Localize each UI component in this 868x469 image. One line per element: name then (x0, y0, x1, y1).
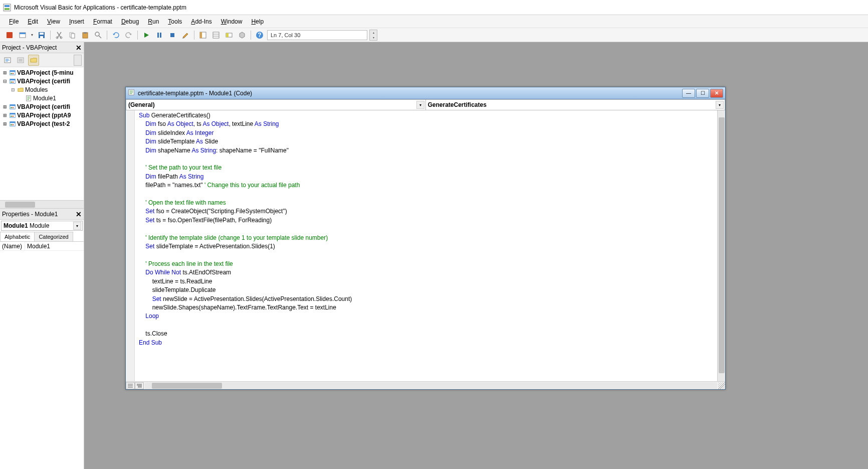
chevron-down-icon[interactable]: ▾ (416, 101, 424, 109)
separator (137, 31, 138, 40)
save-button[interactable] (36, 30, 47, 41)
tree-item[interactable]: ⊞VBAProject (certifi (0, 102, 84, 111)
horizontal-scrollbar[interactable] (145, 382, 717, 389)
svg-point-53 (11, 115, 12, 117)
tree-item[interactable]: Module1 (0, 94, 84, 102)
resize-grip-icon[interactable] (718, 382, 725, 389)
view-microsoft-powerpoint-button[interactable] (4, 30, 15, 41)
project-explorer-panel: Project - VBAProject ✕ ⊞VBAProject (5-mi… (0, 42, 84, 209)
tree-twist-icon[interactable]: ⊞ (2, 104, 8, 109)
dropdown-arrow-icon[interactable]: ▾ (30, 33, 34, 37)
svg-point-50 (13, 107, 14, 108)
menu-help[interactable]: Help (247, 17, 268, 27)
project-tree[interactable]: ⊞VBAProject (5-minu⊟VBAProject (certifi⊟… (0, 67, 84, 200)
svg-rect-5 (20, 33, 26, 34)
menu-window[interactable]: Window (217, 17, 247, 27)
properties-tab-alphabetic[interactable]: Alphabetic (0, 232, 35, 241)
svg-rect-52 (10, 113, 16, 114)
help-button[interactable]: ? (254, 30, 265, 41)
menu-view[interactable]: View (43, 17, 64, 27)
redo-button[interactable] (123, 30, 134, 41)
copy-button[interactable] (67, 30, 78, 41)
svg-point-49 (11, 107, 12, 108)
tree-twist-icon[interactable]: ⊟ (10, 87, 16, 92)
tree-item-label: VBAProject (test-2 (17, 120, 70, 127)
svg-rect-14 (84, 32, 87, 34)
svg-rect-22 (213, 32, 219, 38)
tree-item[interactable]: ⊞VBAProject (pptA9 (0, 111, 84, 119)
properties-tabs: AlphabeticCategorized (0, 232, 84, 242)
app-icon (3, 4, 11, 12)
menu-file[interactable]: File (5, 17, 23, 27)
properties-tab-categorized[interactable]: Categorized (34, 232, 73, 241)
menu-tools[interactable]: Tools (164, 17, 186, 27)
svg-rect-26 (226, 33, 229, 37)
maximize-button[interactable]: ☐ (696, 89, 709, 98)
close-button[interactable]: ✕ (710, 89, 723, 98)
toolbox-button[interactable] (237, 30, 248, 41)
tree-item-label: VBAProject (certifi (17, 103, 70, 110)
close-icon[interactable]: ✕ (76, 210, 82, 218)
svg-rect-18 (160, 33, 161, 38)
menu-edit[interactable]: Edit (24, 17, 42, 27)
tree-item[interactable]: ⊟Modules (0, 85, 84, 94)
chevron-down-icon[interactable]: ▾ (73, 222, 81, 230)
vba-project-icon (9, 78, 16, 85)
toolbar-scroll[interactable]: ▴▾ (369, 30, 377, 41)
menu-debug[interactable]: Debug (117, 17, 143, 27)
run-button[interactable] (141, 30, 152, 41)
view-code-button[interactable] (2, 55, 13, 66)
object-browser-button[interactable] (224, 30, 235, 41)
horizontal-scrollbar[interactable] (0, 200, 84, 208)
project-explorer-title: Project - VBAProject (2, 44, 57, 51)
svg-rect-1 (5, 5, 10, 7)
code-window: certificate-template.pptm - Module1 (Cod… (125, 87, 726, 390)
toggle-folders-button[interactable] (28, 55, 39, 66)
tree-twist-icon[interactable]: ⊞ (2, 70, 8, 75)
chevron-down-icon[interactable]: ▾ (716, 101, 724, 109)
property-value[interactable]: Module1 (25, 242, 84, 250)
code-margin[interactable] (126, 110, 135, 381)
svg-rect-36 (10, 70, 16, 72)
menu-add-ins[interactable]: Add-Ins (187, 17, 215, 27)
menu-format[interactable]: Format (89, 17, 116, 27)
procedure-combo[interactable]: GenerateCertificates ▾ (426, 99, 726, 110)
insert-object-button[interactable] (17, 30, 28, 41)
full-module-view-button[interactable] (135, 382, 144, 389)
code-editor[interactable]: Sub GenerateCertificates() Dim fso As Ob… (135, 110, 717, 381)
minimize-button[interactable]: — (682, 89, 695, 98)
object-combo[interactable]: (General) ▾ (126, 99, 426, 110)
property-row[interactable]: (Name)Module1 (0, 242, 84, 251)
tree-item[interactable]: ⊟VBAProject (certifi (0, 77, 84, 85)
procedure-view-button[interactable] (126, 382, 135, 389)
tree-twist-icon[interactable]: ⊞ (2, 121, 8, 126)
paste-button[interactable] (80, 30, 91, 41)
properties-grid[interactable]: (Name)Module1 (0, 242, 84, 469)
main-toolbar: ▾ ? Ln 7, Col 30 ▴▾ (0, 28, 868, 42)
reset-button[interactable] (167, 30, 178, 41)
svg-point-54 (13, 115, 14, 117)
find-button[interactable] (93, 30, 104, 41)
project-explorer-button[interactable] (197, 30, 208, 41)
menu-insert[interactable]: Insert (65, 17, 88, 27)
tree-twist-icon[interactable]: ⊞ (2, 113, 8, 118)
vertical-scrollbar[interactable] (717, 110, 725, 381)
tree-item-label: VBAProject (certifi (17, 78, 70, 85)
design-mode-button[interactable] (180, 30, 191, 41)
scroll-icon[interactable] (74, 55, 82, 66)
close-icon[interactable]: ✕ (76, 44, 82, 52)
module-icon (128, 89, 135, 97)
cut-button[interactable] (54, 30, 65, 41)
code-window-titlebar[interactable]: certificate-template.pptm - Module1 (Cod… (126, 87, 725, 99)
tree-twist-icon[interactable]: ⊟ (2, 79, 8, 84)
svg-rect-56 (10, 121, 16, 123)
separator (194, 31, 194, 40)
tree-item[interactable]: ⊞VBAProject (5-minu (0, 68, 84, 77)
tree-item[interactable]: ⊞VBAProject (test-2 (0, 119, 84, 128)
view-object-button[interactable] (15, 55, 26, 66)
menu-run[interactable]: Run (144, 17, 163, 27)
break-button[interactable] (154, 30, 165, 41)
properties-object-combo[interactable]: Module1 Module ▾ (1, 221, 83, 231)
undo-button[interactable] (110, 30, 121, 41)
properties-window-button[interactable] (210, 30, 222, 41)
